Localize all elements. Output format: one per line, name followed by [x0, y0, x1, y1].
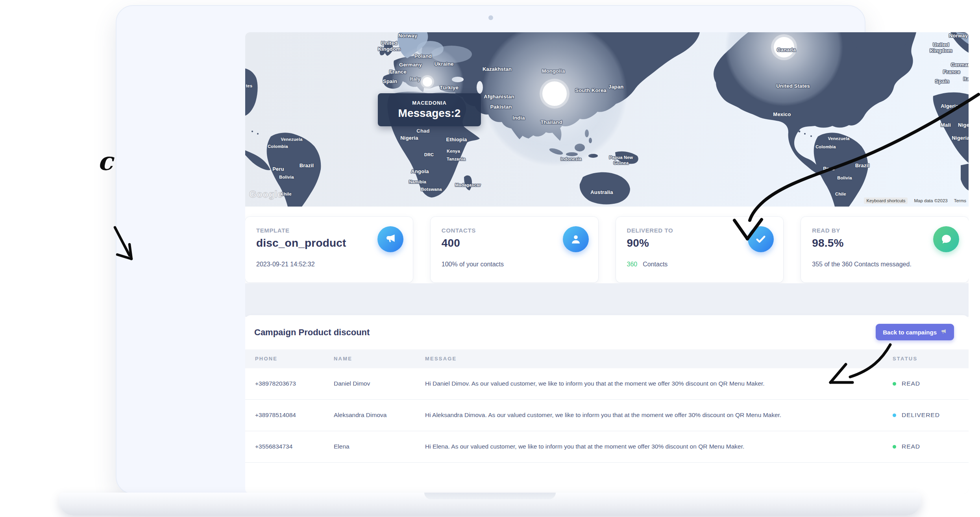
map-country-label: Germany: [399, 62, 422, 68]
map-country-label: Peru: [823, 166, 835, 172]
map-country-label: Türkiye: [440, 85, 459, 90]
map-country-label: United: [381, 40, 398, 46]
column-header-phone: PHONE: [255, 356, 277, 362]
cell-message: Hi Elena. As our valued customer, we lik…: [425, 443, 744, 450]
map-country-label: Ukraine: [434, 61, 453, 67]
stat-subtext: 360Contacts: [627, 261, 668, 268]
map-country-label: Papua New: [609, 155, 633, 160]
laptop-frame: NorwayUnitedKingdomPolandGermanyUkraineF…: [116, 5, 865, 494]
map-country-label: Canada: [777, 47, 796, 53]
map-tooltip: MACEDONIA Messages:2: [378, 93, 481, 126]
stat-card-read: READ BY 98.5% 355 of the 360 Contacts me…: [801, 217, 969, 283]
stat-subtext: 100% of your contacts: [442, 261, 504, 268]
cell-message: Hi Aleksandra Dimova. As our valued cust…: [425, 412, 781, 419]
status-dot: [893, 414, 896, 417]
map-country-label: Chad: [416, 128, 429, 134]
map-country-label: Spain: [383, 78, 397, 84]
map-country-label: United States: [776, 83, 810, 89]
map-country-label: Brazil: [300, 162, 314, 168]
cell-phone: +38978514084: [255, 412, 296, 419]
map-country-label: Spain: [935, 78, 949, 84]
stat-card-delivered: DELIVERED TO 90% 360Contacts: [616, 217, 784, 283]
macedonia-marker-dot[interactable]: [423, 77, 432, 87]
map-country-label: Thailand: [540, 119, 562, 125]
cell-name: Daniel Dimov: [334, 380, 370, 387]
cell-phone: +3556834734: [255, 443, 292, 450]
status-text: READ: [902, 443, 920, 450]
map-country-label: tes: [246, 83, 253, 88]
megaphone-emoji-icon: [940, 328, 947, 336]
cell-name: Aleksandra Dimova: [334, 412, 386, 419]
map-country-label: Kingdom: [930, 48, 952, 54]
cell-name: Elena: [334, 443, 349, 450]
webcam-dot: [488, 15, 493, 20]
stat-card-contacts: CONTACTS 400 100% of your contacts: [431, 217, 598, 283]
map-country-label: Afghanistan: [484, 94, 514, 100]
campaign-panel: Campaign Product discount Back to campai…: [245, 315, 969, 494]
map-country-label: Nigeria: [952, 135, 969, 141]
dashboard-screen: NorwayUnitedKingdomPolandGermanyUkraineF…: [245, 32, 969, 494]
map-country-label: Japan: [608, 84, 624, 90]
delivered-count: 360: [627, 261, 638, 268]
map-country-label: Germany: [951, 62, 969, 68]
stat-subtext: 2023-09-21 14:52:32: [256, 261, 315, 268]
map-country-label: Mongolia: [542, 68, 565, 74]
stat-cards-row: TEMPLATE disc_on_product 2023-09-21 14:5…: [245, 217, 969, 283]
laptop-base-notch: [424, 493, 556, 499]
map-country-label: Bolivia: [279, 175, 294, 179]
back-to-campaigns-button[interactable]: Back to campaings: [876, 324, 954, 340]
map-country-label: Namibia: [409, 179, 426, 184]
map-country-label: Italy: [963, 76, 969, 82]
status-dot: [893, 445, 896, 449]
table-header-row: PHONE NAME MESSAGE STATUS: [245, 349, 969, 368]
status-text: READ: [902, 380, 920, 387]
person-icon: [563, 226, 589, 252]
handwritten-letter: c: [98, 146, 113, 176]
cell-phone: +38978203673: [255, 380, 296, 387]
stat-card-template: TEMPLATE disc_on_product 2023-09-21 14:5…: [245, 217, 413, 283]
map-country-label: Brazil: [855, 162, 870, 168]
china-marker-dot[interactable]: [542, 81, 567, 106]
table-row: +38978514084 Aleksandra Dimova Hi Aleksa…: [245, 400, 969, 431]
map-country-label: Kenya: [447, 149, 460, 153]
column-header-status: STATUS: [893, 356, 917, 362]
cell-message: Hi Daniel Dimov. As our valued customer,…: [425, 380, 765, 387]
map-country-label: Bolivia: [837, 175, 852, 180]
megaphone-icon: [377, 226, 403, 252]
back-button-label: Back to campaings: [883, 329, 937, 336]
map-country-label: Ethiopia: [446, 137, 467, 142]
table-row: +3556834734 Elena Hi Elena. As our value…: [245, 431, 969, 463]
map-country-label: Norway: [398, 33, 417, 39]
table-row: +38978203673 Daniel Dimov Hi Daniel Dimo…: [245, 368, 969, 400]
world-map[interactable]: NorwayUnitedKingdomPolandGermanyUkraineF…: [245, 32, 969, 207]
tooltip-country: MACEDONIA: [412, 100, 446, 106]
cell-status: READ: [893, 443, 920, 450]
stat-subtext: 355 of the 360 Contacts messaged.: [812, 261, 912, 268]
map-country-label: Nigeria: [400, 135, 418, 141]
map-country-label: DRC: [424, 152, 434, 157]
map-country-label: Venezuela: [281, 137, 303, 142]
map-country-label: Angola: [411, 168, 429, 174]
terms-link[interactable]: Terms: [954, 198, 966, 203]
world-map-svg: [245, 32, 969, 207]
map-attribution: Keyboard shortcuts Map data ©2023 Terms: [864, 198, 966, 204]
map-country-label: Madagascar: [455, 183, 481, 187]
cell-status: DELIVERED: [893, 412, 940, 419]
map-country-label: Tanzania: [447, 157, 466, 161]
check-icon: [748, 226, 774, 252]
map-country-label: Pakistan: [490, 104, 512, 110]
map-country-label: Mexico: [773, 111, 791, 117]
keyboard-shortcuts-link[interactable]: Keyboard shortcuts: [864, 198, 908, 204]
map-country-label: South Korea: [575, 87, 606, 93]
map-country-label: Algeria: [941, 103, 958, 109]
map-country-label: Colombia: [268, 144, 288, 149]
map-country-label: Poland: [414, 53, 432, 59]
map-country-label: Australia: [590, 189, 613, 195]
map-country-label: Venezuela: [828, 136, 850, 141]
map-country-label: Botswana: [421, 187, 442, 192]
map-country-label: Niger: [958, 122, 969, 128]
map-country-label: India: [512, 115, 525, 121]
tooltip-message-count: Messages:2: [398, 107, 461, 120]
map-country-label: Italy: [410, 76, 420, 82]
map-country-label: Guinea: [614, 161, 629, 165]
